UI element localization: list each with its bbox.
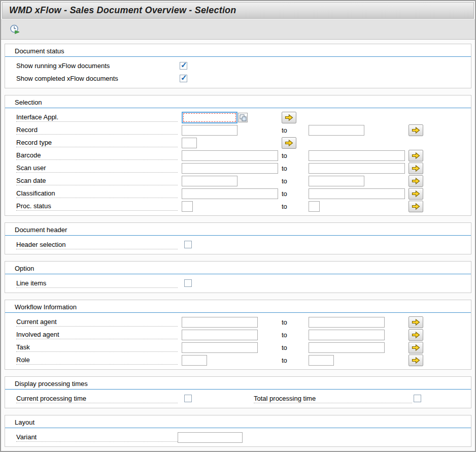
task-multiselect-button[interactable]: [409, 342, 423, 353]
record-type-input[interactable]: [182, 138, 197, 148]
role-label: Role: [16, 356, 178, 365]
interface-appl-input[interactable]: [182, 112, 237, 123]
show-completed-checkbox[interactable]: [180, 75, 187, 82]
total-processing-time-checkbox[interactable]: [414, 395, 421, 402]
show-completed-row: Show completed xFlow documents: [5, 73, 471, 85]
multiselect-arrow-icon: [412, 190, 420, 198]
to-label: to: [282, 190, 287, 198]
task-from-input[interactable]: [182, 342, 258, 353]
current-agent-label: Current agent: [16, 318, 178, 327]
section-display-processing-times: Display processing times Current process…: [5, 376, 471, 408]
document-status-title: Document status: [5, 44, 471, 57]
execute-icon: [9, 24, 20, 35]
multiselect-arrow-icon: [412, 318, 420, 326]
interface-appl-multiselect-button[interactable]: [282, 112, 296, 123]
to-label: to: [282, 344, 287, 351]
role-to-input[interactable]: [309, 355, 334, 366]
to-label: to: [282, 126, 287, 134]
line-items-label: Line items: [16, 279, 178, 288]
display-processing-times-title: Display processing times: [5, 377, 471, 390]
layout-title: Layout: [5, 415, 471, 428]
section-document-status: Document status Show running xFlow docum…: [5, 44, 471, 88]
to-label: to: [282, 357, 287, 364]
classification-multiselect-button[interactable]: [409, 188, 423, 200]
barcode-row: Barcode to: [5, 149, 471, 162]
scan-date-to-input[interactable]: [309, 176, 364, 186]
record-from-input[interactable]: [182, 125, 237, 136]
task-label: Task: [16, 343, 178, 352]
proc-status-to-input[interactable]: [309, 201, 320, 212]
value-help-button[interactable]: [238, 113, 248, 122]
selection-screen: Document status Show running xFlow docum…: [1, 44, 475, 447]
multiselect-arrow-icon: [285, 139, 293, 147]
value-help-icon: [240, 114, 247, 121]
current-processing-time-checkbox[interactable]: [184, 395, 192, 402]
task-to-input[interactable]: [309, 342, 385, 353]
involved-agent-multiselect-button[interactable]: [409, 329, 423, 341]
document-header-title: Document header: [5, 223, 471, 236]
involved-agent-label: Involved agent: [16, 331, 178, 339]
workflow-information-title: Workflow Information: [5, 300, 471, 313]
current-agent-to-input[interactable]: [309, 317, 385, 328]
record-to-input[interactable]: [309, 125, 364, 136]
proc-status-from-input[interactable]: [182, 201, 193, 212]
interface-appl-row: Interface Appl.: [5, 111, 471, 124]
section-workflow-information: Workflow Information Current agent to In…: [5, 300, 471, 370]
multiselect-arrow-icon: [412, 203, 420, 210]
variant-row: Variant: [5, 431, 471, 444]
task-row: Task to: [5, 341, 471, 354]
record-row: Record to: [5, 124, 471, 137]
scan-user-to-input[interactable]: [309, 163, 405, 174]
current-agent-from-input[interactable]: [182, 317, 258, 328]
multiselect-arrow-icon: [412, 344, 420, 351]
involved-agent-row: Involved agent to: [5, 329, 471, 341]
barcode-from-input[interactable]: [182, 150, 278, 161]
scan-date-row: Scan date to: [5, 175, 471, 187]
proc-status-row: Proc. status to: [5, 200, 471, 213]
barcode-multiselect-button[interactable]: [409, 150, 423, 162]
proc-status-label: Proc. status: [16, 202, 178, 211]
role-multiselect-button[interactable]: [409, 354, 423, 366]
line-items-row: Line items: [5, 277, 471, 290]
application-toolbar: [1, 19, 475, 40]
current-agent-multiselect-button[interactable]: [409, 316, 423, 328]
scan-user-label: Scan user: [16, 164, 178, 173]
barcode-label: Barcode: [16, 151, 178, 160]
multiselect-arrow-icon: [412, 331, 420, 339]
page-title: WMD xFlow - Sales Document Overview - Se…: [9, 5, 236, 16]
line-items-checkbox[interactable]: [184, 279, 192, 287]
to-label: to: [282, 203, 287, 210]
record-type-multiselect-button[interactable]: [282, 137, 296, 149]
header-selection-label: Header selection: [16, 241, 178, 249]
show-running-checkbox[interactable]: [180, 62, 187, 70]
multiselect-arrow-icon: [412, 152, 420, 159]
record-multiselect-button[interactable]: [409, 124, 423, 136]
scan-user-from-input[interactable]: [182, 163, 278, 174]
execute-button[interactable]: [7, 22, 22, 37]
classification-row: Classification to: [5, 187, 471, 200]
multiselect-arrow-icon: [412, 126, 420, 134]
classification-label: Classification: [16, 189, 178, 198]
variant-input[interactable]: [178, 432, 243, 443]
multiselect-arrow-icon: [285, 114, 293, 121]
proc-status-multiselect-button[interactable]: [409, 201, 423, 212]
involved-agent-to-input[interactable]: [309, 330, 385, 340]
to-label: to: [282, 165, 287, 172]
current-agent-row: Current agent to: [5, 316, 471, 329]
barcode-to-input[interactable]: [309, 150, 405, 161]
classification-from-input[interactable]: [182, 188, 278, 199]
scan-user-multiselect-button[interactable]: [409, 163, 423, 174]
total-processing-time-label: Total processing time: [254, 395, 412, 403]
option-title: Option: [5, 262, 471, 274]
involved-agent-from-input[interactable]: [182, 330, 258, 340]
record-type-label: Record type: [16, 139, 178, 147]
scan-date-label: Scan date: [16, 177, 178, 185]
section-selection: Selection Interface Appl. Record to: [5, 95, 471, 216]
role-row: Role to: [5, 354, 471, 367]
scan-date-from-input[interactable]: [182, 176, 237, 186]
role-from-input[interactable]: [182, 355, 207, 366]
classification-to-input[interactable]: [309, 188, 405, 199]
scan-date-multiselect-button[interactable]: [409, 175, 423, 187]
show-completed-label: Show completed xFlow documents: [16, 75, 178, 83]
header-selection-checkbox[interactable]: [184, 241, 192, 248]
